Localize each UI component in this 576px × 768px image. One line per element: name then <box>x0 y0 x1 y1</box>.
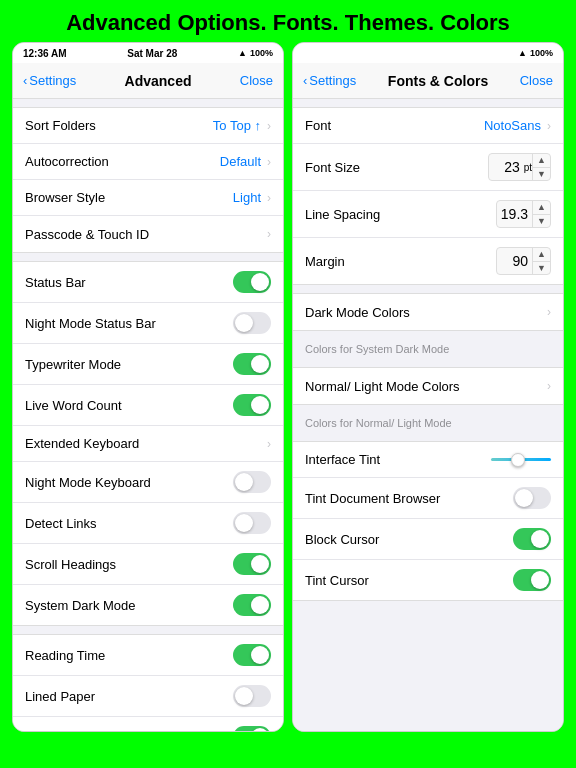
font-size-row[interactable]: Font Size 23 pt ▲ ▼ <box>293 144 563 191</box>
night-mode-keyboard-toggle[interactable] <box>233 471 271 493</box>
passcode-row[interactable]: Passcode & Touch ID › <box>13 216 283 252</box>
right-section-4: Interface Tint Tint Document Browser Blo… <box>293 441 563 601</box>
reading-time-toggle[interactable] <box>233 644 271 666</box>
system-dark-mode-row[interactable]: System Dark Mode <box>13 585 283 625</box>
back-chevron-icon: ‹ <box>23 73 27 88</box>
right-settings-content: Font NotoSans › Font Size 23 pt ▲ ▼ <box>293 99 563 731</box>
paragraph-number-row[interactable]: Paragraph Number <box>13 717 283 731</box>
night-mode-status-row[interactable]: Night Mode Status Bar <box>13 303 283 344</box>
font-size-spinner-buttons: ▲ ▼ <box>532 154 550 180</box>
tint-cursor-label: Tint Cursor <box>305 573 513 588</box>
night-mode-keyboard-label: Night Mode Keyboard <box>25 475 233 490</box>
sort-folders-row[interactable]: Sort Folders To Top ↑ › <box>13 108 283 144</box>
autocorrection-label: Autocorrection <box>25 154 220 169</box>
live-word-count-label: Live Word Count <box>25 398 233 413</box>
line-spacing-up-button[interactable]: ▲ <box>533 201 550 215</box>
tint-document-browser-row[interactable]: Tint Document Browser <box>293 478 563 519</box>
right-phone: ▲ 100% ‹ Settings Fonts & Colors Close F… <box>292 42 564 732</box>
lined-paper-toggle[interactable] <box>233 685 271 707</box>
block-cursor-row[interactable]: Block Cursor <box>293 519 563 560</box>
margin-spinner[interactable]: 90 ▲ ▼ <box>496 247 551 275</box>
margin-row[interactable]: Margin 90 ▲ ▼ <box>293 238 563 284</box>
right-section-1: Font NotoSans › Font Size 23 pt ▲ ▼ <box>293 107 563 285</box>
status-bar-toggle[interactable] <box>233 271 271 293</box>
line-spacing-value: 19.3 <box>497 206 532 222</box>
left-section-2: Status Bar Night Mode Status Bar Typewri… <box>13 261 283 626</box>
sort-folders-chevron: › <box>267 119 271 133</box>
font-size-up-button[interactable]: ▲ <box>533 154 550 168</box>
sort-folders-value: To Top ↑ › <box>213 118 271 133</box>
interface-tint-row[interactable]: Interface Tint <box>293 442 563 478</box>
block-cursor-toggle[interactable] <box>513 528 551 550</box>
margin-up-button[interactable]: ▲ <box>533 248 550 262</box>
extended-keyboard-row[interactable]: Extended Keyboard › <box>13 426 283 462</box>
light-mode-colors-row[interactable]: Normal/ Light Mode Colors › <box>293 368 563 404</box>
left-date: Sat Mar 28 <box>127 48 177 59</box>
night-mode-status-toggle[interactable] <box>233 312 271 334</box>
font-size-spinner[interactable]: 23 pt ▲ ▼ <box>488 153 551 181</box>
margin-down-button[interactable]: ▼ <box>533 262 550 275</box>
interface-tint-label: Interface Tint <box>305 452 491 467</box>
font-row[interactable]: Font NotoSans › <box>293 108 563 144</box>
right-back-label: Settings <box>309 73 356 88</box>
typewriter-row[interactable]: Typewriter Mode <box>13 344 283 385</box>
right-nav-bar: ‹ Settings Fonts & Colors Close <box>293 63 563 99</box>
lined-paper-label: Lined Paper <box>25 689 233 704</box>
wifi-icon: ▲ <box>238 48 247 58</box>
live-word-count-toggle[interactable] <box>233 394 271 416</box>
interface-tint-slider[interactable] <box>491 458 551 461</box>
scroll-headings-row[interactable]: Scroll Headings <box>13 544 283 585</box>
extended-keyboard-label: Extended Keyboard <box>25 436 263 451</box>
left-close-button[interactable]: Close <box>240 73 273 88</box>
passcode-chevron: › <box>267 227 271 241</box>
line-spacing-spinner-buttons: ▲ ▼ <box>532 201 550 227</box>
dark-mode-colors-row[interactable]: Dark Mode Colors › <box>293 294 563 330</box>
margin-spinner-buttons: ▲ ▼ <box>532 248 550 274</box>
right-back-chevron-icon: ‹ <box>303 73 307 88</box>
paragraph-number-toggle[interactable] <box>233 726 271 731</box>
battery-icon: 100% <box>250 48 273 58</box>
tint-document-browser-label: Tint Document Browser <box>305 491 513 506</box>
detect-links-toggle[interactable] <box>233 512 271 534</box>
browser-style-label: Browser Style <box>25 190 233 205</box>
font-label: Font <box>305 118 484 133</box>
line-spacing-row[interactable]: Line Spacing 19.3 ▲ ▼ <box>293 191 563 238</box>
reading-time-label: Reading Time <box>25 648 233 663</box>
browser-style-row[interactable]: Browser Style Light › <box>13 180 283 216</box>
dark-mode-sublabel: Colors for System Dark Mode <box>293 339 563 359</box>
line-spacing-down-button[interactable]: ▼ <box>533 215 550 228</box>
font-size-label: Font Size <box>305 160 488 175</box>
lined-paper-row[interactable]: Lined Paper <box>13 676 283 717</box>
line-spacing-spinner[interactable]: 19.3 ▲ ▼ <box>496 200 551 228</box>
left-settings-content: Sort Folders To Top ↑ › Autocorrection D… <box>13 99 283 731</box>
live-word-count-row[interactable]: Live Word Count <box>13 385 283 426</box>
night-mode-status-label: Night Mode Status Bar <box>25 316 233 331</box>
detect-links-row[interactable]: Detect Links <box>13 503 283 544</box>
left-time: 12:36 AM <box>23 48 67 59</box>
tint-cursor-row[interactable]: Tint Cursor <box>293 560 563 600</box>
tint-cursor-toggle[interactable] <box>513 569 551 591</box>
right-close-button[interactable]: Close <box>520 73 553 88</box>
reading-time-row[interactable]: Reading Time <box>13 635 283 676</box>
night-mode-keyboard-row[interactable]: Night Mode Keyboard <box>13 462 283 503</box>
scroll-headings-label: Scroll Headings <box>25 557 233 572</box>
left-nav-bar: ‹ Settings Advanced Close <box>13 63 283 99</box>
right-back-button[interactable]: ‹ Settings <box>303 73 356 88</box>
tint-document-browser-toggle[interactable] <box>513 487 551 509</box>
status-bar-label: Status Bar <box>25 275 233 290</box>
status-bar-row[interactable]: Status Bar <box>13 262 283 303</box>
font-size-down-button[interactable]: ▼ <box>533 168 550 181</box>
left-section-1: Sort Folders To Top ↑ › Autocorrection D… <box>13 107 283 253</box>
right-section-2: Dark Mode Colors › <box>293 293 563 331</box>
left-status-bar: 12:36 AM Sat Mar 28 ▲ 100% <box>13 43 283 63</box>
autocorrection-row[interactable]: Autocorrection Default › <box>13 144 283 180</box>
block-cursor-label: Block Cursor <box>305 532 513 547</box>
slider-thumb <box>511 453 525 467</box>
scroll-headings-toggle[interactable] <box>233 553 271 575</box>
left-back-button[interactable]: ‹ Settings <box>23 73 76 88</box>
system-dark-mode-toggle[interactable] <box>233 594 271 616</box>
light-mode-colors-label: Normal/ Light Mode Colors <box>305 379 543 394</box>
right-wifi-icon: ▲ <box>518 48 527 58</box>
typewriter-toggle[interactable] <box>233 353 271 375</box>
right-battery-icon: 100% <box>530 48 553 58</box>
